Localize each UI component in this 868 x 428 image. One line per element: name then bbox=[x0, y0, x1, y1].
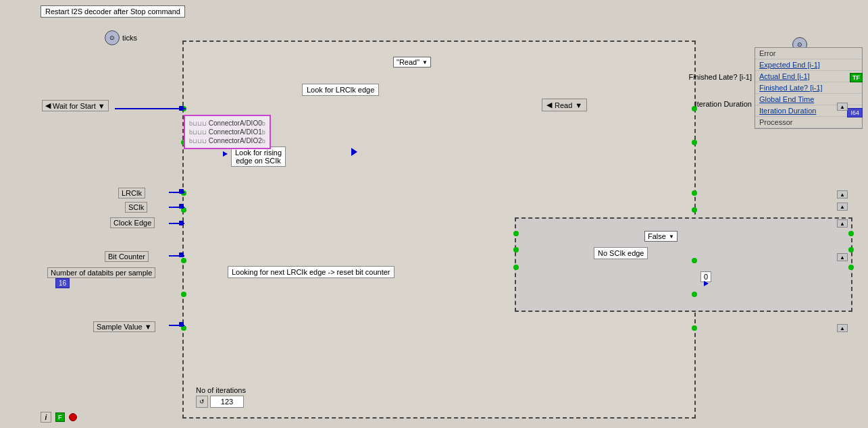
wire-dot-3 bbox=[179, 204, 184, 209]
wire-wait-start bbox=[115, 108, 186, 109]
sm-terminal-r4 bbox=[692, 207, 697, 213]
wire-dot-6 bbox=[179, 322, 184, 327]
read-dropdown-value: "Read" bbox=[397, 58, 419, 66]
look-rising-label: Look for risingedge on SCIk bbox=[231, 146, 286, 167]
main-container: Restart I2S decoder after Stop command ⊙… bbox=[0, 0, 868, 428]
iterations-label: No of iterations bbox=[196, 386, 246, 394]
terminal-dot-2 bbox=[848, 247, 854, 252]
connector-item-1: b⊔⊔⊔ ConnectorA/DIO1b bbox=[189, 128, 265, 136]
sample-value-label: Sample Value ▼ bbox=[93, 321, 155, 332]
scroll-up-4[interactable]: ▲ bbox=[837, 219, 848, 228]
sm-terminal-r7 bbox=[692, 325, 697, 331]
no-scik-label: No SCIk edge bbox=[594, 247, 648, 259]
right-item-expected-end[interactable]: Expected End [i-1] bbox=[755, 59, 862, 71]
lrclk-label: LRClk bbox=[118, 188, 145, 198]
num-databits-label: Number of databits per sample bbox=[47, 267, 155, 278]
sm-terminal-5 bbox=[181, 258, 186, 263]
wire-dot-4 bbox=[179, 221, 184, 225]
finished-late-tf-box: TF bbox=[850, 73, 863, 82]
scroll-up-1[interactable]: ▲ bbox=[837, 103, 848, 111]
wait-for-start-label: ◀ Wait for Start ▼ bbox=[42, 100, 109, 111]
inner-scik-box: False ▼ No SCIk edge 0 bbox=[515, 217, 852, 312]
sm-terminal-r3 bbox=[692, 190, 697, 196]
title-text: Restart I2S decoder after Stop command bbox=[45, 7, 180, 16]
iterations-box: No of iterations ↺ 123 bbox=[196, 386, 246, 408]
terminal-dot-3 bbox=[848, 265, 854, 270]
wire-dot-2 bbox=[179, 189, 184, 194]
wire-dot-1 bbox=[179, 106, 184, 111]
read-state-label: Read bbox=[555, 101, 572, 109]
i64-box: I64 bbox=[847, 108, 863, 117]
read-state-box[interactable]: ◀ Read ▼ bbox=[542, 99, 587, 111]
dropdown-arrow-icon: ▼ bbox=[422, 59, 428, 65]
sm-terminal-r2 bbox=[692, 140, 697, 145]
right-panel: Error Expected End [i-1] Actual End [i-1… bbox=[755, 47, 863, 129]
next-lrclk-label: Looking for next LRCIk edge -> reset bit… bbox=[228, 266, 394, 278]
false-dropdown-value: False bbox=[648, 232, 666, 240]
look-rising-text: Look for risingedge on SCIk bbox=[235, 149, 282, 165]
bottom-stop-button[interactable] bbox=[69, 413, 77, 421]
num-databits-value: 16 bbox=[55, 278, 70, 288]
iteration-duration-text: Iteration Duration bbox=[695, 100, 752, 108]
flow-arrow-3 bbox=[704, 281, 709, 286]
terminal-dot-1 bbox=[848, 231, 854, 236]
info-box: i bbox=[41, 412, 51, 423]
sm-terminal-r6 bbox=[692, 292, 697, 297]
look-lrclk-label: Look for LRClk edge bbox=[302, 84, 379, 96]
scroll-up-5[interactable]: ▲ bbox=[837, 253, 848, 261]
right-item-error: Error bbox=[755, 48, 862, 59]
finished-late-text: Finished Late? [i-1] bbox=[688, 73, 752, 81]
read-dropdown[interactable]: "Read" ▼ bbox=[393, 57, 431, 68]
state-machine-box: "Read" ▼ Look for LRClk edge ◀ Read ▼ Lo… bbox=[182, 41, 696, 419]
run-button[interactable]: F bbox=[55, 412, 65, 422]
right-item-finished-late[interactable]: Finished Late? [i-1] bbox=[755, 82, 862, 94]
loop-icon: ↺ bbox=[196, 396, 208, 408]
false-dropdown[interactable]: False ▼ bbox=[644, 231, 678, 242]
scroll-up-2[interactable]: ▲ bbox=[837, 190, 848, 198]
wire-dot-5 bbox=[179, 252, 184, 257]
terminal-dot-4 bbox=[513, 231, 519, 236]
scroll-up-6[interactable]: ▲ bbox=[837, 324, 848, 332]
false-dropdown-arrow-icon: ▼ bbox=[669, 234, 674, 240]
sclk-label: SClk bbox=[125, 202, 147, 213]
flow-arrow-1 bbox=[351, 148, 357, 156]
sm-terminal-r5 bbox=[692, 258, 697, 263]
terminal-dot-6 bbox=[513, 265, 519, 270]
clock-edge-label: Clock Edge bbox=[110, 217, 155, 228]
flow-arrow-2 bbox=[223, 151, 228, 157]
iterations-value[interactable]: 123 bbox=[210, 396, 244, 408]
terminal-dot-5 bbox=[513, 247, 519, 252]
ticks-label: ticks bbox=[122, 34, 137, 42]
bit-counter-label: Bit Counter bbox=[105, 251, 149, 262]
bottom-controls: i F bbox=[41, 412, 77, 423]
right-item-actual-end[interactable]: Actual End [i-1] bbox=[755, 71, 862, 82]
ticks-container: ⊙ ticks bbox=[105, 30, 137, 45]
connector-item-0: b⊔⊔⊔ ConnectorA/DIO0b bbox=[189, 119, 265, 128]
connector-item-2: b⊔⊔⊔ ConnectorA/DIO2b bbox=[189, 136, 265, 145]
connector-box: b⊔⊔⊔ ConnectorA/DIO0b b⊔⊔⊔ ConnectorA/DI… bbox=[184, 115, 271, 149]
sm-terminal-6 bbox=[181, 292, 186, 297]
title-bar: Restart I2S decoder after Stop command bbox=[41, 5, 185, 18]
right-item-processor: Processor bbox=[755, 117, 862, 128]
scroll-up-3[interactable]: ▲ bbox=[837, 203, 848, 211]
ticks-icon: ⊙ bbox=[105, 30, 120, 45]
